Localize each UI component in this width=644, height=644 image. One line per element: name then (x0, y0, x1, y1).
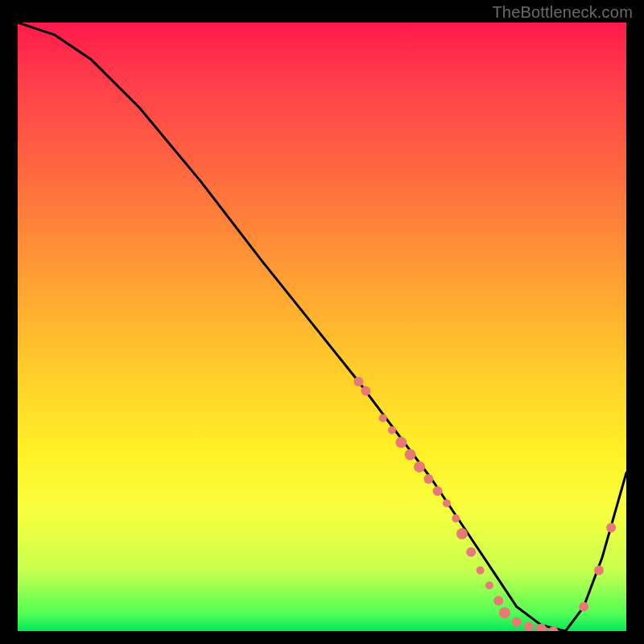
scatter-point (485, 581, 493, 589)
watermark-text: TheBottleneck.com (492, 3, 633, 22)
scatter-point (414, 461, 425, 473)
chart-svg (18, 23, 626, 631)
scatter-point (395, 437, 407, 448)
scatter-point (466, 547, 476, 557)
scatter-point (361, 386, 370, 395)
scatter-point (353, 377, 363, 386)
scatter-point (433, 486, 443, 496)
scatter-point (388, 427, 396, 435)
scatter-point (456, 528, 468, 539)
plot-area (18, 23, 626, 631)
scatter-point (379, 414, 387, 422)
scatter-point (477, 566, 485, 574)
scatter-point (512, 617, 522, 627)
scatter-point (606, 523, 616, 533)
scatter-point (452, 514, 460, 522)
scatter-point (524, 621, 534, 631)
scatter-points (353, 377, 616, 631)
scatter-point (594, 565, 604, 575)
scatter-point (493, 596, 503, 605)
scatter-point (405, 449, 416, 460)
curve-line (18, 23, 626, 631)
scatter-point (579, 602, 588, 612)
chart-container: TheBottleneck.com (0, 0, 644, 644)
scatter-point (423, 474, 433, 484)
scatter-point (443, 499, 451, 507)
scatter-point (499, 607, 510, 618)
